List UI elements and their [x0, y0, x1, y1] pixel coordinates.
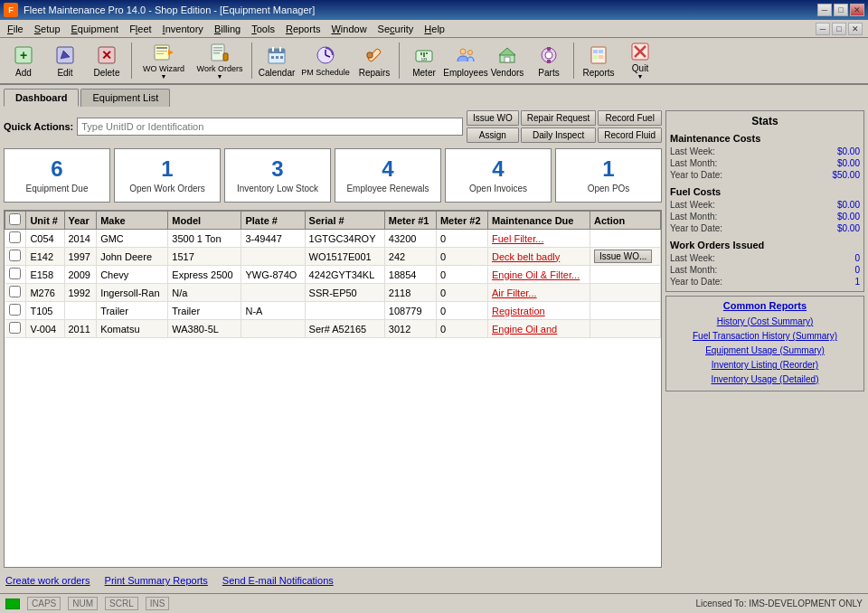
inventory-low-stock-card[interactable]: 3 Inventory Low Stock [224, 148, 331, 203]
report-link[interactable]: Inventory Listing (Reorder) [670, 358, 860, 373]
stats-panel: Stats Maintenance Costs Last Week: $0.00… [665, 110, 864, 292]
row-maintenance[interactable]: Air Filter... [487, 284, 590, 302]
menu-close[interactable]: ✕ [848, 23, 863, 35]
svg-rect-8 [156, 51, 167, 52]
row-action[interactable]: Issue WO... [590, 248, 661, 266]
svg-text:+: + [20, 48, 27, 62]
menu-reports[interactable]: Reports [280, 22, 326, 36]
menu-fleet[interactable]: Fleet [124, 22, 156, 36]
row-meter1: 3012 [384, 320, 436, 338]
menu-security[interactable]: Security [373, 22, 420, 36]
repairs-button[interactable]: Repairs [354, 40, 394, 81]
menu-restore[interactable]: □ [832, 23, 846, 35]
tab-equipment-list[interactable]: Equipment List [80, 89, 170, 107]
svg-point-34 [468, 50, 473, 54]
employees-icon [455, 44, 476, 66]
row-maintenance[interactable]: Deck belt badly [487, 248, 590, 266]
status-caps: CAPS [27, 597, 61, 610]
row-model: Trailer [168, 302, 241, 320]
pm-schedule-button[interactable]: PM Schedule [298, 40, 353, 81]
row-make: GMC [97, 230, 168, 248]
row-maintenance[interactable]: Engine Oil & Filter... [487, 266, 590, 284]
row-check-4[interactable] [9, 304, 21, 316]
equipment-due-card[interactable]: 6 Equipment Due [4, 148, 110, 203]
row-check-5[interactable] [9, 322, 21, 334]
calendar-button[interactable]: Calendar [257, 40, 297, 81]
print-summary-link[interactable]: Print Summary Reports [105, 575, 208, 586]
employees-button[interactable]: Employees [446, 40, 486, 81]
edit-button[interactable]: Edit [45, 40, 85, 81]
svg-text:123: 123 [421, 57, 428, 61]
close-button[interactable]: ✕ [850, 4, 864, 16]
row-plate [241, 248, 305, 266]
meter-button[interactable]: 123 Meter [404, 40, 444, 81]
menu-window[interactable]: Window [326, 22, 372, 36]
send-email-link[interactable]: Send E-mail Notifications [222, 575, 334, 586]
row-checkbox [5, 284, 26, 302]
report-link[interactable]: Fuel Transaction History (Summary) [670, 329, 860, 344]
svg-rect-15 [223, 53, 228, 61]
row-maintenance[interactable]: Engine Oil and [487, 320, 590, 338]
issue-wo-button[interactable]: Issue WO [467, 110, 519, 126]
stats-value: $0.00 [837, 223, 860, 233]
delete-button[interactable]: ✕ Delete [87, 40, 127, 81]
row-check-3[interactable] [9, 286, 21, 297]
toolbar: + Add Edit ✕ Delete WO Wizard ▼ Work Ord… [0, 38, 868, 85]
open-work-orders-card[interactable]: 1 Open Work Orders [114, 148, 221, 203]
tab-dashboard[interactable]: Dashboard [4, 89, 79, 107]
row-year: 2011 [64, 320, 97, 338]
svg-rect-14 [213, 52, 220, 54]
menu-file[interactable]: File [2, 22, 29, 36]
menu-tools[interactable]: Tools [246, 22, 280, 36]
row-plate: 3-49447 [241, 230, 305, 248]
svg-rect-17 [269, 49, 285, 53]
report-link[interactable]: Equipment Usage (Summary) [670, 344, 860, 358]
row-check-2[interactable] [9, 268, 21, 279]
menu-billing[interactable]: Billing [209, 22, 246, 36]
select-all-checkbox[interactable] [9, 213, 21, 225]
menu-setup[interactable]: Setup [29, 22, 66, 36]
wo-wizard-icon [153, 42, 175, 62]
open-pos-card[interactable]: 1 Open POs [555, 148, 662, 203]
record-fuel-button[interactable]: Record Fuel [598, 110, 662, 126]
report-link[interactable]: History (Cost Summary) [670, 315, 860, 329]
repairs-icon [363, 44, 385, 66]
maximize-button[interactable]: □ [834, 4, 848, 16]
wo-wizard-button[interactable]: WO Wizard ▼ [137, 40, 191, 81]
add-button[interactable]: + Add [4, 40, 43, 81]
create-work-orders-link[interactable]: Create work orders [5, 575, 90, 586]
right-panel: Stats Maintenance Costs Last Week: $0.00… [665, 110, 864, 589]
parts-button[interactable]: Parts [529, 40, 569, 81]
row-action [590, 266, 661, 284]
minimize-button[interactable]: ─ [817, 4, 832, 16]
menu-minimize[interactable]: ─ [816, 23, 830, 35]
quick-actions-input[interactable] [77, 118, 463, 136]
inventory-low-number: 3 [271, 156, 283, 182]
menu-equipment[interactable]: Equipment [66, 22, 125, 36]
menu-help[interactable]: Help [419, 22, 450, 36]
row-check-1[interactable] [9, 250, 21, 261]
row-check-0[interactable] [9, 231, 21, 243]
row-maintenance[interactable]: Fuel Filter... [487, 230, 590, 248]
menu-inventory[interactable]: Inventory [157, 22, 209, 36]
vendors-button[interactable]: Vendors [487, 40, 527, 81]
quick-action-buttons: Issue WO Repair Request Record Fuel Assi… [467, 110, 662, 143]
quit-button[interactable]: Quit ▼ [620, 40, 660, 81]
open-invoices-card[interactable]: 4 Open Invoices [445, 148, 552, 203]
stats-value: $0.00 [837, 146, 860, 156]
status-indicator [5, 599, 20, 609]
daily-inspect-button[interactable]: Daily Inspect [521, 127, 596, 143]
common-reports-title[interactable]: Common Reports [670, 300, 860, 311]
report-link[interactable]: Inventory Usage (Detailed) [670, 373, 860, 387]
issue-wo-btn-1[interactable]: Issue WO... [594, 250, 652, 263]
repair-request-button[interactable]: Repair Request [521, 110, 596, 126]
reports-button[interactable]: Reports [579, 40, 618, 81]
row-action [590, 302, 661, 320]
employee-renewals-card[interactable]: 4 Employee Renewals [335, 148, 441, 203]
row-meter1: 2118 [384, 284, 436, 302]
record-fluid-button[interactable]: Record Fluid [598, 127, 662, 143]
row-maintenance[interactable]: Registration [487, 302, 590, 320]
svg-point-33 [460, 49, 466, 54]
assign-button[interactable]: Assign [467, 127, 519, 143]
work-orders-button[interactable]: Work Orders ▼ [193, 40, 247, 81]
